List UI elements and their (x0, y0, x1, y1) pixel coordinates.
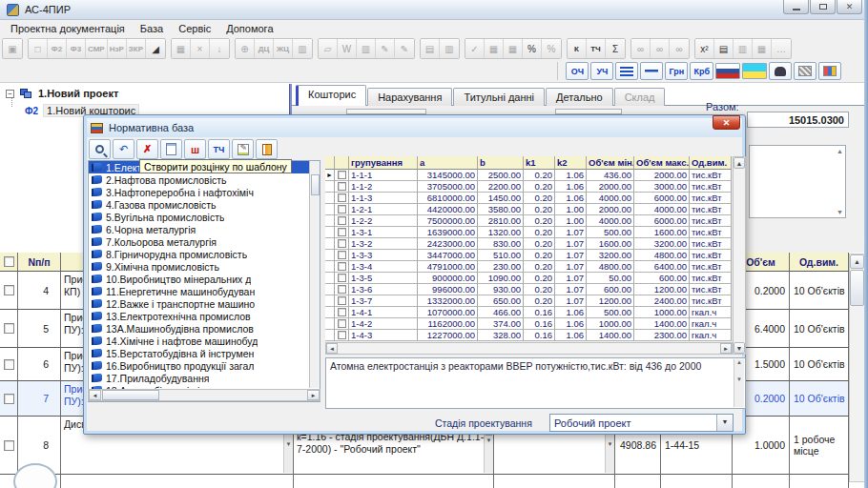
tab-1[interactable]: Кошторис (296, 85, 366, 106)
percent-icon[interactable]: % (523, 39, 542, 58)
tab-2[interactable]: Нарахування (367, 88, 452, 106)
grid-row[interactable]: 1-3-33447000.00510.000.201.073200.004800… (325, 250, 732, 261)
row-checkbox[interactable] (338, 262, 346, 271)
industry-item-14[interactable]: 13А.Машинобудівна промислов (89, 322, 320, 335)
minimize-button[interactable] (783, 0, 809, 14)
book-button[interactable] (256, 139, 278, 159)
wagon-icon[interactable]: ▥ (293, 39, 312, 58)
row-checkbox[interactable] (338, 274, 346, 282)
pages2-icon[interactable]: ▦ (753, 39, 772, 58)
edit-notepad-button[interactable] (232, 139, 254, 159)
grid-row[interactable]: 1-2-27500000.002810.000.201.004000.00600… (325, 215, 732, 227)
pencil-edit-icon[interactable]: ✎ (395, 39, 414, 58)
row-checkbox[interactable] (338, 296, 346, 305)
row-checkbox[interactable] (4, 440, 14, 451)
form-button[interactable] (160, 139, 182, 159)
menu-item-база[interactable]: База (134, 21, 170, 36)
list-lines-icon[interactable] (615, 62, 638, 80)
gears-icon[interactable]: ⊕ (236, 39, 255, 58)
grid-row[interactable]: 1-3-5900000.001090.000.201.0750.00600.00… (325, 273, 732, 284)
industry-item-2[interactable]: 2.Нафтова промисловість (89, 173, 320, 186)
paste-icon[interactable]: ▥ (440, 39, 459, 58)
tree-expander-icon[interactable]: − (6, 90, 14, 98)
copy-icon[interactable]: ▤ (421, 39, 440, 58)
table-edit-icon[interactable]: ▦ (172, 39, 191, 58)
zc-button[interactable]: ЖЦ (274, 39, 293, 58)
delete-button[interactable]: ✗ (136, 139, 158, 159)
binoculars-icon[interactable]: ∞ (631, 39, 651, 58)
scroll-thumb[interactable] (311, 174, 320, 195)
table-row[interactable] (0, 475, 849, 488)
scroll-up-icon[interactable]: ▲ (734, 157, 745, 169)
industry-item-9[interactable]: 9.Хімічна промисловість (89, 260, 320, 273)
row-checkbox[interactable] (4, 359, 14, 370)
notes-textarea[interactable]: ▲ ▼ (749, 145, 846, 218)
och-button[interactable]: ОЧ (566, 62, 589, 80)
krb-button[interactable]: Крб (690, 62, 713, 80)
row-checkbox[interactable] (338, 171, 346, 179)
industry-item-8[interactable]: 8.Гірничорудна промисловість (89, 248, 320, 260)
industry-item-5[interactable]: 5.Вугільна промисловість (89, 211, 320, 223)
industry-item-7[interactable]: 7.Кольорова металургія (89, 235, 320, 248)
industry-item-12[interactable]: 12.Важке і транспортне машино (89, 297, 320, 310)
ukrainian-flag-button[interactable] (742, 63, 767, 79)
scroll-up-icon[interactable]: ▲ (837, 148, 843, 154)
delete-icon[interactable]: × (191, 39, 210, 58)
scroll-down-icon[interactable]: ▼ (837, 209, 843, 215)
f3-button[interactable]: Ф3 (67, 39, 86, 58)
sort-icon[interactable]: ↓ (210, 39, 229, 58)
export-icon[interactable]: ▥ (357, 39, 376, 58)
pages-icon[interactable]: ▥ (734, 39, 753, 58)
grid-row[interactable]: 1-3-6996000.00930.000.201.07600.001200.0… (325, 284, 732, 295)
word-export-icon[interactable]: W (338, 39, 357, 58)
grid-row[interactable]: 1-3-22423000.00830.000.201.071600.003200… (325, 238, 732, 250)
binoculars2-icon[interactable]: ∞ (651, 39, 670, 58)
scroll-thumb[interactable] (850, 270, 864, 306)
scroll-thumb[interactable] (102, 390, 159, 400)
industry-item-6[interactable]: 6.Чорна металургія (89, 223, 320, 235)
grid-row[interactable]: 1-4-31227000.00328.000.161.061400.002300… (325, 330, 732, 341)
x2-button[interactable]: x² (695, 39, 714, 58)
menu-item-проектна[interactable]: Проектна документація (4, 21, 132, 36)
scroll-right-icon[interactable]: ► (720, 343, 732, 354)
chevron-down-icon[interactable]: ▼ (716, 415, 733, 431)
industry-list-hscrollbar[interactable]: ◄ ► (88, 389, 320, 401)
sh-button[interactable]: ш (184, 139, 206, 159)
industry-item-15[interactable]: 14.Хімічне і нафтове машинобуд (89, 335, 320, 347)
row-checkbox[interactable] (338, 285, 346, 294)
grid-row[interactable]: 1-3-44791000.00230.000.201.074800.006400… (325, 261, 732, 273)
undo-button[interactable]: ↶ (113, 139, 134, 159)
hatch-pencil-icon[interactable] (794, 62, 816, 80)
tch-button[interactable]: ТЧ (208, 139, 230, 159)
row-checkbox[interactable] (338, 182, 346, 191)
f2-button[interactable]: Ф2 (48, 39, 67, 58)
tch-button[interactable]: ТЧ (587, 39, 606, 58)
pages-blue-icon[interactable]: ▤ (714, 39, 734, 58)
industry-item-11[interactable]: 11.Енергетичне машинобудуван (89, 285, 320, 297)
scroll-left-icon[interactable]: ◄ (326, 343, 338, 354)
row-checkbox[interactable] (338, 251, 346, 259)
menu-item-сервіс[interactable]: Сервіс (172, 21, 217, 36)
tab-4[interactable]: Детально (546, 88, 613, 106)
select-all-checkbox[interactable] (4, 256, 14, 267)
person-icon[interactable] (769, 62, 792, 80)
percent-edit-icon[interactable]: % (542, 39, 561, 58)
zkr-button[interactable]: ЗКР (127, 39, 146, 58)
save-icon[interactable]: ▣ (3, 39, 22, 58)
chart-colors-icon[interactable] (818, 62, 841, 80)
more-button[interactable]: … (772, 39, 791, 58)
tree-item-project[interactable]: − 1.Новий проект (6, 88, 118, 99)
smr-button[interactable]: СМР (86, 39, 108, 58)
industry-item-10[interactable]: 10.Виробництво мінеральних д (89, 273, 320, 285)
scroll-left-icon[interactable]: ◄ (89, 390, 101, 400)
row-checkbox[interactable] (338, 228, 346, 236)
stage-combobox[interactable]: Робочий проект ▼ (549, 414, 734, 432)
sum-button[interactable]: Σ (606, 39, 625, 58)
pencil-icon[interactable]: ✎ (376, 39, 395, 58)
grid-row[interactable]: 1-3-11639000.001320.000.201.07500.001600… (325, 227, 732, 238)
k-button[interactable]: К (568, 39, 587, 58)
grid-icon[interactable]: ▦ (485, 39, 504, 58)
industry-list-vscrollbar[interactable] (309, 161, 320, 388)
grid-row[interactable]: 1-1-23705000.002200.000.201.062000.00300… (325, 181, 732, 193)
grid-row[interactable]: 1-3-71332000.00650.000.201.071200.002400… (325, 295, 732, 307)
